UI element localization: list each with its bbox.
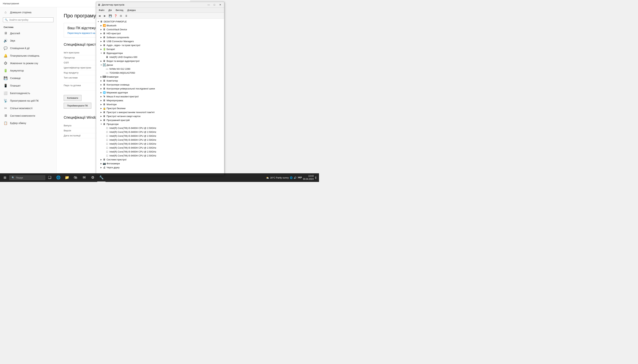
tree-item-cameras[interactable]: ▶ 📷 Фотокамери bbox=[96, 162, 224, 166]
tree-item-software[interactable]: ▶ 🖥 Software components bbox=[96, 35, 224, 39]
rename-button[interactable]: Перейменувати ПК bbox=[64, 103, 91, 108]
tree-item-bluetooth[interactable]: ▶ 📶 Bluetooth bbox=[96, 24, 224, 28]
root-expand-icon: ▼ bbox=[97, 20, 100, 23]
sidebar-item-notifications[interactable]: 💬 Сповіщення й дії bbox=[0, 44, 56, 52]
sidebar-item-power[interactable]: ⏻ Живлення та режим сну bbox=[0, 60, 56, 67]
minimize-button[interactable]: — bbox=[206, 3, 211, 7]
multitasking-icon: ⬜ bbox=[4, 91, 8, 95]
hid-label: HID-пристрої bbox=[107, 32, 121, 35]
close-button[interactable]: ✕ bbox=[218, 3, 223, 7]
tree-item-sys-dev[interactable]: ▶ 🖥 Системні пристрої bbox=[96, 158, 224, 162]
sidebar-item-display[interactable]: 🖥 Дисплей bbox=[0, 30, 56, 37]
tree-item-audioio[interactable]: ▶ 🖥 Вхідні та вихідні аудіопристрої bbox=[96, 59, 224, 63]
tree-item-nvme[interactable]: ▶ — NVMe NX-512 2280 bbox=[96, 67, 224, 71]
taskbar-app-mail[interactable]: ✉ bbox=[80, 173, 88, 182]
tree-item-firmware[interactable]: ▶ 🖥 Мікропрограма: bbox=[96, 98, 224, 102]
sidebar-item-home[interactable]: ⌂ Домашня сторінка bbox=[0, 8, 56, 16]
cameras-label: Фотокамери bbox=[107, 162, 120, 165]
smartcard-label: Пристрої читання смарт-карток bbox=[107, 115, 140, 118]
toolbar-forward[interactable]: ▶ bbox=[102, 14, 107, 18]
tree-item-cpu4[interactable]: ▶ □ Intel(R) Core(TM) i5-9400H CPU @ 2.5… bbox=[96, 138, 224, 142]
tree-item-uhd630[interactable]: ▶ 🖥 Intel(R) UHD Graphics 630 bbox=[96, 55, 224, 59]
tree-item-battery[interactable]: ▶ 🔋 Батареї bbox=[96, 47, 224, 51]
volume-tray-icon[interactable]: 🔊 bbox=[294, 176, 296, 179]
taskbar-app-edge[interactable]: 🌐 bbox=[54, 173, 63, 182]
tree-item-smartcard[interactable]: ▶ 🖥 Пристрої читання смарт-карток bbox=[96, 114, 224, 118]
tree-item-cpu2[interactable]: ▶ □ Intel(R) Core(TM) i5-9400H CPU @ 2.5… bbox=[96, 130, 224, 134]
tree-item-keyboards[interactable]: ▶ ⌨ Клавіатури bbox=[96, 75, 224, 79]
tree-item-audio[interactable]: ▶ 🖥 Аудіо-, відео- та ігрові пристрої bbox=[96, 43, 224, 47]
toolbar-grid[interactable]: ⊞ bbox=[118, 14, 123, 18]
network-tray-icon[interactable]: 🌐 bbox=[290, 176, 293, 179]
tree-item-display[interactable]: ▼ 🖥 Відеоадаптери bbox=[96, 51, 224, 55]
tree-item-cpu3[interactable]: ▶ □ Intel(R) Core(TM) i5-9400H CPU @ 2.5… bbox=[96, 134, 224, 138]
tree-item-cpu8[interactable]: ▶ □ Intel(R) Core(TM) i5-9400H CPU @ 2.5… bbox=[96, 154, 224, 158]
sidebar-item-clipboard[interactable]: 📋 Буфер обміну bbox=[0, 119, 56, 127]
sidebar-sound-label: Звук bbox=[10, 39, 15, 42]
tree-item-memory[interactable]: ▶ 🖥 Пристрої з використанням технології … bbox=[96, 110, 224, 114]
tree-item-storage-ctrl[interactable]: ▶ 🖥 Контролери сховища bbox=[96, 82, 224, 86]
tree-item-cpu6[interactable]: ▶ □ Intel(R) Core(TM) i5-9400H CPU @ 2.5… bbox=[96, 146, 224, 150]
toolbar-save[interactable]: 💾 bbox=[108, 14, 113, 18]
sidebar-item-sound[interactable]: 🔊 Звук bbox=[0, 37, 56, 44]
tree-item-computer[interactable]: ▶ 🖥 Комп'ютер bbox=[96, 79, 224, 82]
language-indicator[interactable]: УКР bbox=[298, 176, 302, 179]
sidebar-item-projecting[interactable]: 📡 Проєктування на цей ПК bbox=[0, 97, 56, 104]
tree-item-cpu5[interactable]: ▶ □ Intel(R) Core(TM) i5-9400H CPU @ 2.5… bbox=[96, 142, 224, 146]
tree-item-processors[interactable]: ▼ 🖥 Процесори bbox=[96, 122, 224, 126]
menu-file[interactable]: Файл bbox=[97, 8, 106, 12]
tree-item-mouse[interactable]: ▶ 🖱 Миша й інші вказівні пристрої bbox=[96, 94, 224, 98]
menu-view[interactable]: Вигляд bbox=[114, 8, 125, 12]
sidebar-item-tablet[interactable]: 📱 Планшет bbox=[0, 82, 56, 90]
tree-item-network[interactable]: ▶ 🌐 Мережеві адаптери bbox=[96, 90, 224, 94]
maximize-button[interactable]: □ bbox=[212, 3, 217, 7]
menu-action[interactable]: Дія bbox=[107, 8, 114, 12]
spec-label-processor: Процесор bbox=[64, 56, 100, 59]
hid-icon: 🖥 bbox=[103, 32, 106, 35]
tree-item-hid[interactable]: ▶ 🖥 HID-пристрої bbox=[96, 31, 224, 35]
tree-item-monitors[interactable]: ▶ 🖥 Монітори bbox=[96, 102, 224, 106]
settings-title: Налаштування bbox=[3, 2, 19, 5]
show-desktop-icon[interactable]: ▌ bbox=[315, 176, 317, 179]
monitors-icon: 🖥 bbox=[103, 103, 106, 106]
sidebar-item-storage[interactable]: 💾 Сховище bbox=[0, 74, 56, 82]
tree-item-software-dev[interactable]: ▶ 🖥 Програмний пристрій bbox=[96, 118, 224, 122]
disks-expand-icon: ▼ bbox=[100, 64, 103, 66]
toolbar-help[interactable]: ❓ bbox=[113, 14, 118, 18]
tree-item-security-dev[interactable]: ▶ 🔒 Пристрої безпеки bbox=[96, 106, 224, 110]
sidebar-item-battery[interactable]: 🔋 Акумулятор bbox=[0, 67, 56, 74]
tree-item-toshiba[interactable]: ▶ — TOSHIBA MQ01ACF050 bbox=[96, 71, 224, 75]
tree-item-usbconn[interactable]: ▶ 🖥 USB Connector Managers bbox=[96, 39, 224, 43]
sidebar-item-components[interactable]: 🖥 Системні компоненти bbox=[0, 112, 56, 119]
taskbar-app-settings[interactable]: ⚙ bbox=[89, 173, 97, 182]
tree-item-controlvault[interactable]: ▶ 🖥 ControlVault Device bbox=[96, 28, 224, 31]
start-button[interactable]: ⊞ bbox=[1, 173, 9, 182]
tree-item-usb-ctrl[interactable]: ▶ 🖥 Контролери універсальної послідовної… bbox=[96, 86, 224, 90]
taskbar-search[interactable]: 🔍 Пошук bbox=[9, 176, 45, 180]
sidebar-item-shared[interactable]: ✂ Спільні можливості bbox=[0, 104, 56, 112]
taskbar-clock[interactable]: 13:43 30.04.2024 bbox=[303, 174, 313, 181]
menu-help[interactable]: Довідка bbox=[125, 8, 137, 12]
firmware-label: Мікропрограма: bbox=[107, 99, 123, 102]
sidebar-item-multitasking[interactable]: ⬜ Багатозадачність bbox=[0, 90, 56, 97]
taskbar-app-taskview[interactable]: ❏ bbox=[46, 173, 54, 182]
search-input[interactable] bbox=[9, 18, 52, 21]
uhd630-label: Intel(R) UHD Graphics 630 bbox=[109, 56, 137, 58]
toolbar-back[interactable]: ◀ bbox=[97, 14, 102, 18]
taskbar-app-devtools[interactable]: 🔧 bbox=[97, 173, 106, 182]
copy-button[interactable]: Копіювати bbox=[64, 95, 82, 101]
tree-item-cpu7[interactable]: ▶ □ Intel(R) Core(TM) i5-9400H CPU @ 2.5… bbox=[96, 150, 224, 154]
printers-icon: 🖨 bbox=[103, 166, 106, 169]
sidebar-item-focus[interactable]: 🔔 Планувальник сповіщень bbox=[0, 52, 56, 60]
taskbar-app-explorer[interactable]: 📁 bbox=[63, 173, 71, 182]
tree-item-cpu1[interactable]: ▶ □ Intel(R) Core(TM) i5-9400H CPU @ 2.5… bbox=[96, 126, 224, 130]
tree-item-disks[interactable]: ▼ 💽 Диски bbox=[96, 63, 224, 67]
spec-label-edition: Випуск bbox=[64, 124, 100, 127]
tree-root[interactable]: ▼ 🖥 DESKTOP-FHMGFLE bbox=[96, 20, 224, 24]
smartcard-expand-icon: ▶ bbox=[100, 115, 103, 118]
tree-item-printers[interactable]: ▶ 🖨 Черги друку bbox=[96, 166, 224, 169]
sidebar-search[interactable]: 🔍 bbox=[3, 18, 54, 22]
toolbar-monitor[interactable]: 🖥 bbox=[124, 14, 129, 18]
monitors-expand-icon: ▶ bbox=[100, 103, 103, 106]
taskbar-app-store[interactable]: 🛍 bbox=[71, 173, 80, 182]
